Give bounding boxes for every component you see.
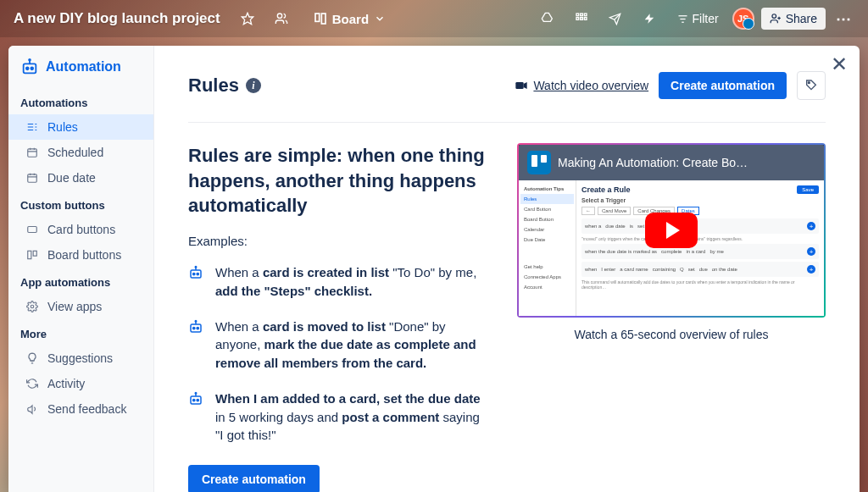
cycle-icon — [25, 377, 39, 390]
bulb-icon — [25, 351, 39, 365]
sidebar-heading: More — [8, 319, 153, 346]
megaphone-icon — [25, 402, 39, 416]
svg-marker-0 — [242, 13, 253, 24]
close-button[interactable]: ✕ — [831, 53, 848, 76]
robot-icon — [20, 58, 39, 76]
sidebar-item-activity[interactable]: Activity — [8, 371, 153, 396]
sidebar-item-board-buttons[interactable]: Board buttons — [8, 242, 153, 268]
svg-marker-12 — [644, 14, 654, 24]
svg-rect-30 — [28, 149, 37, 157]
svg-rect-50 — [191, 324, 201, 332]
examples-label: Examples: — [188, 234, 487, 248]
info-icon[interactable]: i — [246, 78, 261, 93]
svg-rect-5 — [580, 14, 582, 16]
star-icon[interactable] — [234, 5, 261, 32]
sidebar-heading: App automations — [8, 268, 153, 294]
svg-point-49 — [195, 267, 197, 268]
play-button-icon[interactable] — [645, 213, 698, 248]
trello-logo-icon — [527, 151, 551, 174]
create-automation-secondary[interactable]: Create automation — [188, 465, 320, 492]
drive-icon[interactable] — [534, 5, 561, 32]
svg-rect-7 — [576, 18, 579, 20]
sidebar-item-label: Scheduled — [47, 146, 103, 159]
sidebar-item-label: Send feedback — [47, 402, 126, 416]
calendar-icon — [25, 171, 39, 185]
sidebar-item-label: Card buttons — [47, 223, 115, 236]
intro-heading: Rules are simple: when one thing happens… — [188, 143, 487, 218]
sidebar-item-view-apps[interactable]: View apps — [8, 294, 153, 319]
slack-icon[interactable] — [568, 5, 595, 32]
filter-label: Filter — [693, 12, 719, 25]
svg-point-59 — [195, 392, 197, 394]
view-label: Board — [332, 12, 369, 26]
automation-modal: ✕ Automation AutomationsRulesScheduledDu… — [8, 46, 860, 492]
svg-rect-55 — [191, 396, 201, 404]
board-icon — [25, 248, 39, 262]
page-title: Rules i — [188, 75, 261, 97]
svg-point-52 — [197, 327, 198, 329]
svg-point-46 — [193, 273, 195, 274]
svg-point-56 — [193, 399, 195, 401]
svg-point-16 — [772, 14, 776, 19]
sidebar-item-label: Suggestions — [47, 351, 113, 365]
svg-rect-19 — [24, 64, 36, 73]
card-icon — [25, 223, 39, 236]
video-camera-icon — [515, 79, 528, 92]
rules-icon — [25, 120, 39, 134]
user-avatar[interactable]: JS — [732, 8, 754, 30]
send-icon[interactable] — [602, 5, 629, 32]
example-item: When a card is created in list "To Do" b… — [188, 263, 487, 301]
svg-rect-40 — [33, 251, 36, 256]
sidebar-item-card-buttons[interactable]: Card buttons — [8, 217, 153, 242]
sidebar-item-label: Rules — [47, 120, 78, 134]
board-topbar: A new DIY blog launch project Board Filt… — [0, 0, 868, 37]
members-icon[interactable] — [268, 5, 295, 32]
board-title: A new DIY blog launch project — [14, 10, 220, 27]
robot-icon — [188, 319, 205, 373]
sidebar-item-rules[interactable]: Rules — [8, 114, 153, 140]
share-button[interactable]: Share — [761, 8, 826, 30]
svg-point-47 — [197, 273, 198, 274]
svg-rect-9 — [584, 18, 587, 20]
svg-point-41 — [31, 305, 34, 308]
svg-rect-42 — [516, 82, 524, 89]
video-thumbnail[interactable]: Making An Automation: Create Bo… Automat… — [517, 143, 826, 318]
svg-point-54 — [195, 320, 197, 322]
sidebar-title: Automation — [8, 58, 153, 88]
svg-rect-2 — [315, 14, 320, 21]
svg-point-21 — [31, 67, 33, 69]
filter-button[interactable]: Filter — [670, 8, 726, 29]
svg-point-51 — [193, 327, 195, 329]
more-menu[interactable]: ⋯ — [832, 9, 854, 28]
svg-rect-34 — [28, 174, 37, 182]
chevron-down-icon — [374, 13, 386, 25]
svg-rect-38 — [28, 227, 37, 233]
sidebar-item-label: Board buttons — [47, 248, 121, 262]
svg-rect-45 — [191, 270, 201, 278]
automation-icon[interactable] — [636, 5, 663, 32]
view-switcher[interactable]: Board — [305, 8, 394, 30]
sidebar-heading: Custom buttons — [8, 191, 153, 217]
sidebar-item-due-date[interactable]: Due date — [8, 165, 153, 191]
robot-icon — [188, 391, 205, 445]
sidebar-heading: Automations — [8, 88, 153, 114]
example-item: When I am added to a card, set the due d… — [188, 390, 487, 445]
robot-icon — [188, 265, 205, 301]
filter-icon — [676, 13, 689, 25]
sidebar-item-send-feedback[interactable]: Send feedback — [8, 396, 153, 422]
modal-content: Rules i Watch video overview Create auto… — [154, 46, 860, 492]
svg-rect-4 — [576, 14, 579, 16]
svg-rect-39 — [28, 251, 31, 258]
svg-point-23 — [29, 59, 31, 61]
sidebar-item-label: Activity — [47, 377, 85, 390]
sidebar-item-scheduled[interactable]: Scheduled — [8, 140, 153, 165]
gear-icon — [25, 300, 39, 313]
tags-button[interactable] — [797, 71, 826, 100]
svg-rect-6 — [584, 14, 587, 16]
video-title: Making An Automation: Create Bo… — [558, 156, 748, 169]
tag-icon — [804, 79, 818, 92]
create-automation-button[interactable]: Create automation — [659, 72, 787, 99]
sidebar-item-label: Due date — [47, 171, 96, 185]
sidebar-item-suggestions[interactable]: Suggestions — [8, 346, 153, 371]
watch-video-link[interactable]: Watch video overview — [515, 79, 648, 92]
